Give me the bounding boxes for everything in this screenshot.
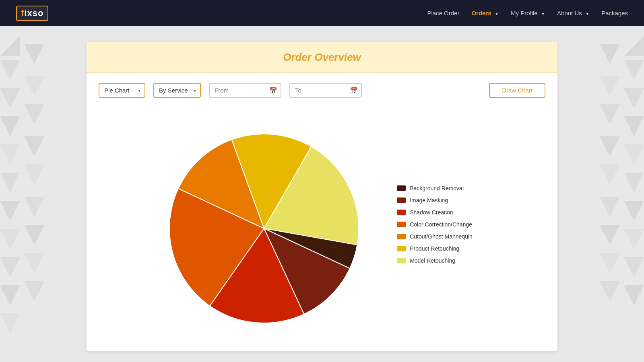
main-card: Order Overview Pie Chart Bar Chart Line … — [87, 42, 557, 351]
place-order-link[interactable]: Place Order — [427, 10, 459, 16]
card-header: Order Overview — [87, 42, 557, 73]
svg-marker-14 — [24, 225, 44, 245]
orders-dropdown-arrow: ▼ — [495, 12, 499, 16]
svg-marker-7 — [0, 144, 20, 165]
nav-packages[interactable]: Packages — [601, 10, 628, 17]
nav-about-us[interactable]: About Us ▼ — [557, 10, 589, 17]
svg-marker-30 — [600, 165, 620, 185]
nav-links: Place Order Orders ▼ My Profile ▼ About … — [427, 10, 628, 17]
nav-place-order[interactable]: Place Order — [427, 10, 459, 17]
svg-marker-23 — [624, 88, 644, 108]
legend-item-product-retouching: Product Retouching — [397, 245, 473, 252]
triangle-bg-left — [0, 26, 56, 362]
legend-item-shadow-creation: Shadow Creation — [397, 209, 473, 216]
svg-marker-5 — [0, 116, 20, 136]
svg-marker-22 — [600, 44, 620, 64]
legend-item-color-correction: Color Correction/Change — [397, 221, 473, 228]
svg-marker-34 — [600, 225, 620, 245]
nav-orders[interactable]: Orders ▼ — [471, 10, 499, 17]
legend-item-image-masking: Image Masking — [397, 197, 473, 204]
svg-marker-35 — [624, 257, 644, 277]
legend-color-cutout — [397, 234, 406, 239]
page-wrapper: Order Overview Pie Chart Bar Chart Line … — [0, 26, 644, 362]
legend-color-image-masking — [397, 197, 406, 203]
legend-color-product-retouching — [397, 246, 406, 251]
about-us-link[interactable]: About Us — [557, 10, 582, 16]
svg-marker-10 — [24, 165, 44, 185]
svg-marker-12 — [24, 197, 44, 217]
svg-marker-32 — [600, 197, 620, 217]
legend-item-model-retouching: Model Retouching — [397, 257, 473, 264]
svg-marker-2 — [24, 44, 44, 64]
orders-link[interactable]: Orders — [471, 10, 491, 16]
about-us-dropdown-arrow: ▼ — [585, 12, 589, 16]
svg-marker-36 — [600, 253, 620, 273]
svg-marker-0 — [0, 36, 20, 56]
triangle-bg-right — [588, 26, 644, 362]
svg-marker-9 — [0, 173, 20, 193]
legend-color-color-correction — [397, 222, 406, 227]
svg-marker-15 — [0, 257, 20, 277]
legend-label-background-removal: Background Removal — [410, 185, 464, 191]
from-date-wrapper[interactable]: 📅 — [209, 83, 281, 98]
legend-color-shadow-creation — [397, 210, 406, 215]
legend-label-shadow-creation: Shadow Creation — [410, 209, 453, 216]
svg-marker-18 — [24, 281, 44, 301]
legend-item-cutout: Cutout/Ghost Mannequin — [397, 233, 473, 240]
svg-marker-21 — [624, 60, 644, 80]
svg-marker-28 — [600, 136, 620, 156]
svg-marker-8 — [24, 136, 44, 156]
svg-marker-26 — [600, 104, 620, 124]
svg-marker-37 — [624, 285, 644, 305]
nav-my-profile[interactable]: My Profile ▼ — [511, 10, 545, 17]
svg-marker-20 — [624, 36, 644, 56]
svg-marker-19 — [0, 313, 20, 333]
card-body: Pie Chart Bar Chart Line Chart By Servic… — [87, 73, 557, 351]
group-by-select[interactable]: By Service By Status By Date — [153, 83, 201, 98]
svg-marker-31 — [624, 201, 644, 221]
legend-color-model-retouching — [397, 258, 406, 263]
svg-marker-27 — [624, 144, 644, 165]
svg-marker-6 — [24, 104, 44, 124]
logo: fixso — [16, 6, 48, 21]
chart-area: Background Removal Image Masking Shadow … — [99, 108, 545, 341]
from-calendar-icon: 📅 — [269, 86, 277, 94]
svg-marker-3 — [0, 88, 20, 108]
to-calendar-icon: 📅 — [350, 86, 358, 94]
legend-item-background-removal: Background Removal — [397, 185, 473, 191]
legend-label-model-retouching: Model Retouching — [410, 257, 455, 264]
pie-chart-svg — [163, 112, 365, 337]
svg-marker-25 — [624, 116, 644, 136]
svg-marker-33 — [624, 229, 644, 249]
draw-chart-button[interactable]: Draw Chart — [489, 83, 545, 98]
svg-marker-16 — [24, 253, 44, 273]
legend-label-image-masking: Image Masking — [410, 197, 448, 204]
svg-marker-1 — [0, 60, 20, 80]
controls-row: Pie Chart Bar Chart Line Chart By Servic… — [99, 83, 545, 98]
packages-link[interactable]: Packages — [601, 10, 628, 16]
my-profile-dropdown-arrow: ▼ — [541, 12, 545, 16]
my-profile-link[interactable]: My Profile — [511, 10, 538, 16]
legend-label-cutout: Cutout/Ghost Mannequin — [410, 233, 473, 240]
legend: Background Removal Image Masking Shadow … — [389, 177, 481, 272]
legend-label-product-retouching: Product Retouching — [410, 245, 459, 252]
pie-chart-container — [163, 112, 365, 337]
svg-marker-13 — [0, 229, 20, 249]
svg-marker-17 — [0, 285, 20, 305]
legend-label-color-correction: Color Correction/Change — [410, 221, 472, 228]
group-by-wrapper[interactable]: By Service By Status By Date — [153, 83, 201, 98]
chart-type-select[interactable]: Pie Chart Bar Chart Line Chart — [99, 83, 145, 98]
to-date-wrapper[interactable]: 📅 — [289, 83, 362, 98]
svg-marker-24 — [600, 76, 620, 96]
brand-logo[interactable]: fixso — [16, 6, 48, 21]
svg-marker-4 — [24, 76, 44, 96]
svg-marker-29 — [624, 173, 644, 193]
svg-marker-38 — [600, 281, 620, 301]
chart-type-wrapper[interactable]: Pie Chart Bar Chart Line Chart — [99, 83, 145, 98]
navbar: fixso Place Order Orders ▼ My Profile ▼ … — [0, 0, 644, 26]
svg-marker-11 — [0, 201, 20, 221]
card-title: Order Overview — [95, 51, 549, 64]
legend-color-background-removal — [397, 185, 406, 191]
